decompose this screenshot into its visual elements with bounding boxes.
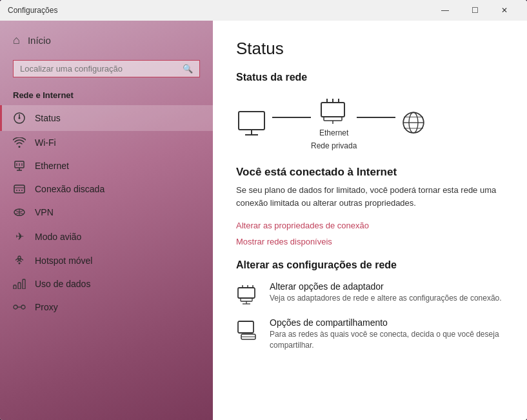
nav-section-title: Rede e Internet — [0, 88, 213, 105]
svg-rect-18 — [14, 285, 16, 289]
svg-rect-27 — [321, 103, 344, 117]
wifi-icon — [13, 137, 26, 148]
sharing-title[interactable]: Opções de compartilhamento — [270, 317, 504, 328]
svg-rect-19 — [18, 283, 21, 289]
page-title: Status — [236, 39, 504, 59]
maximize-button[interactable]: ☐ — [460, 0, 490, 21]
sidebar-item-proxy-label: Proxy — [35, 302, 58, 312]
sidebar-home[interactable]: ⌂ Início — [0, 21, 213, 57]
sidebar-item-hotspot-label: Hotspot móvel — [35, 255, 92, 266]
search-input[interactable] — [20, 64, 179, 74]
adapter-text: Alterar opções de adaptador Veja os adap… — [270, 281, 502, 304]
svg-rect-24 — [239, 112, 264, 130]
sidebar-item-discada[interactable]: Conexão discada — [0, 177, 213, 201]
svg-point-12 — [19, 190, 20, 191]
svg-rect-38 — [238, 288, 255, 298]
sidebar-item-discada-label: Conexão discada — [35, 184, 104, 194]
sidebar-item-status[interactable]: Status — [0, 105, 213, 131]
adapter-icon — [236, 283, 259, 306]
adapter-settings-item: Alterar opções de adaptador Veja os adap… — [236, 281, 504, 306]
sidebar-item-modo-aviao-label: Modo avião — [35, 232, 81, 242]
sidebar-item-ethernet[interactable]: Ethernet — [0, 154, 213, 177]
main-window: Configurações — ☐ ✕ ⌂ Início 🔍 Rede e In… — [0, 0, 527, 420]
sharing-icon — [236, 319, 259, 342]
line-1 — [272, 117, 311, 118]
home-label: Início — [28, 35, 51, 46]
home-icon: ⌂ — [13, 34, 20, 47]
sidebar-item-wifi-label: Wi-Fi — [35, 137, 56, 148]
window-title: Configurações — [8, 6, 57, 15]
sharing-desc: Para as redes às quais você se conecta, … — [270, 329, 504, 351]
svg-rect-17 — [18, 256, 21, 260]
adapter-desc: Veja os adaptadores de rede e altere as … — [270, 293, 502, 304]
svg-point-16 — [19, 263, 21, 265]
connection-desc: Se seu plano de dados for limitado, você… — [236, 184, 504, 209]
sidebar-item-uso-dados-label: Uso de dados — [35, 279, 90, 289]
network-diagram: Ethernet Rede privada — [236, 96, 504, 150]
adapter-title[interactable]: Alterar opções de adaptador — [270, 281, 502, 292]
sidebar-item-hotspot[interactable]: Hotspot móvel — [0, 249, 213, 272]
link-properties[interactable]: Alterar as propriedades de conexão — [236, 221, 504, 230]
content-panel: Status Status da rede — [213, 21, 527, 420]
minimize-button[interactable]: — — [430, 0, 460, 21]
hotspot-icon — [13, 255, 26, 266]
ethernet-device-label: Ethernet — [319, 128, 348, 137]
connection-status-title: Você está conectado à Internet — [236, 166, 504, 179]
svg-point-2 — [19, 117, 21, 119]
ethernet-device: Ethernet Rede privada — [311, 96, 357, 150]
dial-icon — [13, 184, 26, 194]
sharing-settings-item: Opções de compartilhamento Para as redes… — [236, 317, 504, 351]
sidebar-item-wifi[interactable]: Wi-Fi — [0, 131, 213, 154]
sidebar: ⌂ Início 🔍 Rede e Internet St — [0, 21, 213, 420]
link-available[interactable]: Mostrar redes disponíveis — [236, 237, 504, 246]
status-icon — [13, 112, 26, 125]
ethernet-icon — [13, 161, 26, 171]
network-status-title: Status da rede — [236, 72, 504, 83]
svg-rect-20 — [23, 279, 25, 289]
titlebar: Configurações — ☐ ✕ — [0, 0, 527, 21]
window-controls: — ☐ ✕ — [430, 0, 519, 21]
svg-point-22 — [21, 305, 25, 309]
sidebar-item-ethernet-label: Ethernet — [35, 161, 69, 171]
search-icon: 🔍 — [183, 64, 193, 74]
search-box: 🔍 — [13, 60, 200, 77]
plane-icon: ✈ — [13, 230, 26, 243]
vpn-icon — [13, 207, 26, 217]
svg-point-11 — [16, 190, 17, 191]
svg-rect-45 — [238, 321, 254, 333]
change-settings-title: Alterar as configurações de rede — [236, 259, 504, 271]
computer-device — [236, 109, 272, 137]
sharing-text: Opções de compartilhamento Para as redes… — [270, 317, 504, 351]
sidebar-item-modo-aviao[interactable]: ✈ Modo avião — [0, 224, 213, 249]
sidebar-item-uso-dados[interactable]: Uso de dados — [0, 272, 213, 295]
close-button[interactable]: ✕ — [490, 0, 519, 21]
svg-point-21 — [14, 305, 17, 309]
svg-rect-9 — [14, 185, 25, 193]
svg-point-13 — [21, 190, 23, 191]
main-content: ⌂ Início 🔍 Rede e Internet St — [0, 21, 527, 420]
sidebar-item-proxy[interactable]: Proxy — [0, 295, 213, 319]
internet-device — [395, 109, 432, 137]
data-icon — [13, 279, 26, 289]
sidebar-item-status-label: Status — [35, 113, 61, 123]
line-2 — [357, 117, 395, 118]
private-network-label: Rede privada — [311, 141, 357, 150]
sidebar-item-vpn[interactable]: VPN — [0, 201, 213, 224]
proxy-icon — [13, 302, 26, 312]
sidebar-item-vpn-label: VPN — [35, 207, 54, 217]
